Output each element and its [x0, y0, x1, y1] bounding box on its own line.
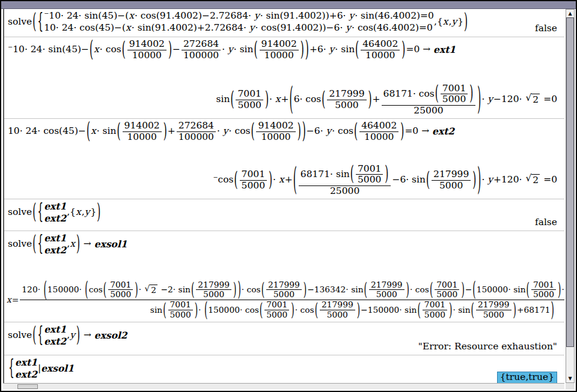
math-variable: x	[7, 295, 12, 305]
math-input-expression[interactable]: 10· 24· cos(45)−(x· sin(91400210000)+272…	[8, 121, 455, 143]
open-paren: (	[234, 169, 238, 191]
scroll-down-icon[interactable]: ▼	[566, 375, 574, 382]
math-input-expression[interactable]: solve({⁻10· 24· sin(45)−(x· cos(91.4002)…	[8, 11, 468, 34]
math-text: 5000	[327, 310, 348, 320]
close-paren: )	[469, 83, 473, 105]
math-text: 150000· cos	[208, 306, 259, 315]
math-text: ·	[269, 94, 275, 105]
open-paren: (	[364, 280, 367, 300]
system-lines: ext1ext2	[44, 233, 67, 256]
open-paren: (	[355, 39, 359, 61]
math-text: }	[90, 207, 96, 218]
math-text: ,{	[434, 17, 443, 28]
fraction: 120· (150000· (cos(70015000)· √2 −2· sin…	[20, 280, 564, 320]
window-title-bar	[1, 1, 576, 9]
denominator: 5000	[441, 94, 468, 105]
denominator: 100000	[177, 132, 216, 143]
system-line: 10· 24· cos(45)−(x· sin(91.4002)+2.72684…	[44, 23, 434, 34]
fraction: 70015000	[236, 89, 263, 111]
math-text: 68171· sin	[301, 169, 350, 180]
numerator: 217999	[327, 89, 366, 100]
close-paren: )	[163, 121, 167, 143]
math-variable: y	[451, 17, 457, 28]
close-paren: )	[551, 300, 554, 321]
math-input-expression[interactable]: solve({ext1ext2,y) → exsol2	[8, 324, 128, 347]
close-paren: )	[305, 38, 309, 62]
math-text: · sin(46.4002)=0	[355, 11, 434, 22]
numerator: 217999	[369, 280, 405, 291]
math-text: +	[285, 175, 293, 185]
fraction: 91400210000	[127, 39, 166, 61]
math-text: 10000	[264, 50, 294, 61]
math-text: =0 →	[405, 126, 432, 137]
math-output-expression[interactable]: {true,true}	[497, 372, 557, 383]
math-output-expression[interactable]: ⁻cos(70015000)· x+(68171· sin(70015000)2…	[213, 164, 557, 197]
denominator: 10000	[259, 132, 292, 143]
close-paren: )	[97, 201, 100, 225]
open-paren: (	[354, 121, 358, 143]
math-input-expression[interactable]: ⁻10· 24· sin(45)−(x· cos(91400210000)−27…	[8, 39, 456, 61]
numerator: 7001	[441, 83, 468, 95]
math-text: 2	[533, 94, 539, 105]
math-variable: x	[275, 94, 281, 105]
scroll-up-icon[interactable]: ▲	[566, 10, 574, 17]
equation-system: {ext1ext2	[37, 201, 67, 224]
paren-group: 70015000	[421, 300, 448, 320]
equation-system: {⁻10· 24· sin(45)−(x· cos(91.4002)−2.726…	[37, 11, 434, 34]
denominator: 5000	[423, 310, 447, 320]
math-text: false	[535, 217, 557, 228]
numerator: 7001	[531, 280, 556, 291]
math-text: 464002	[362, 39, 398, 50]
math-input-expression[interactable]: {ext1ext2|exsol1	[8, 357, 75, 380]
history-row: solve({ext1ext2,x) → exsol1 x=120· (1500…	[4, 231, 564, 322]
open-paren: (	[293, 163, 297, 198]
radical-icon: √	[525, 94, 531, 103]
numerator: 7001	[356, 164, 383, 175]
math-text: +120·	[493, 175, 525, 185]
math-text: ·	[481, 94, 487, 105]
math-input-expression[interactable]: solve({ext1ext2,x) → exsol1	[8, 233, 128, 256]
math-text: +68171	[517, 306, 550, 315]
paren-group: 2179995000	[195, 280, 233, 300]
math-output-expression[interactable]: sin(70015000)· x+(6· cos(2179995000)+681…	[216, 83, 557, 116]
math-text: 5000	[273, 290, 295, 300]
cas-calculator-window: solve({⁻10· 24· sin(45)−(x· cos(91.4002)…	[0, 0, 577, 392]
denominator: 100000	[182, 50, 221, 61]
math-variable: x	[126, 23, 132, 34]
math-output-expression[interactable]: false	[535, 217, 557, 229]
math-output-expression[interactable]: "Error: Resource exhaustion"	[418, 341, 557, 353]
scrollbar-corner	[566, 383, 575, 390]
fraction: 2179995000	[266, 280, 302, 300]
math-text: =0	[540, 94, 557, 105]
math-text: cos	[89, 285, 103, 295]
paren-group: 68171· sin(70015000)25000−6· sin(2179995…	[298, 164, 477, 197]
math-output-expression[interactable]: false	[535, 23, 557, 35]
math-output-expression[interactable]: x=120· (150000· (cos(70015000)· √2 −2· s…	[7, 280, 557, 320]
fraction: 70015000	[356, 164, 383, 186]
paren-group: {ext1ext2,x	[37, 233, 76, 256]
fraction: 70015000	[531, 280, 556, 300]
close-paren: )	[298, 121, 301, 143]
horizontal-scrollbar-thumb[interactable]	[17, 384, 38, 389]
open-paren: (	[85, 279, 88, 301]
math-text: ·	[139, 285, 144, 295]
open-paren: (	[90, 38, 93, 62]
math-text: 5000	[237, 100, 261, 111]
system-line: ext1	[44, 324, 67, 335]
math-text: ·	[198, 306, 204, 315]
fraction: 2179995000	[327, 89, 366, 111]
vertical-scrollbar[interactable]: ▲ ▼	[566, 9, 575, 383]
numerator: 272684	[182, 39, 221, 50]
vertical-scrollbar-thumb[interactable]	[566, 17, 574, 347]
math-text: · cos	[410, 285, 429, 295]
radical-icon: √	[525, 174, 531, 184]
denominator: 5000	[240, 181, 267, 191]
fraction: 70015000	[264, 300, 289, 320]
horizontal-scrollbar[interactable]	[3, 383, 564, 390]
close-paren: )	[195, 300, 198, 320]
math-input-expression[interactable]: solve({ext1ext2,{x,y})	[8, 201, 101, 224]
system-line: ⁻10· 24· sin(45)−(x· cos(91.4002)−2.7268…	[44, 11, 434, 22]
math-text: −136342· sin	[307, 285, 363, 295]
paren-group: 70015000	[530, 280, 557, 300]
system-line: ext2	[44, 213, 67, 224]
